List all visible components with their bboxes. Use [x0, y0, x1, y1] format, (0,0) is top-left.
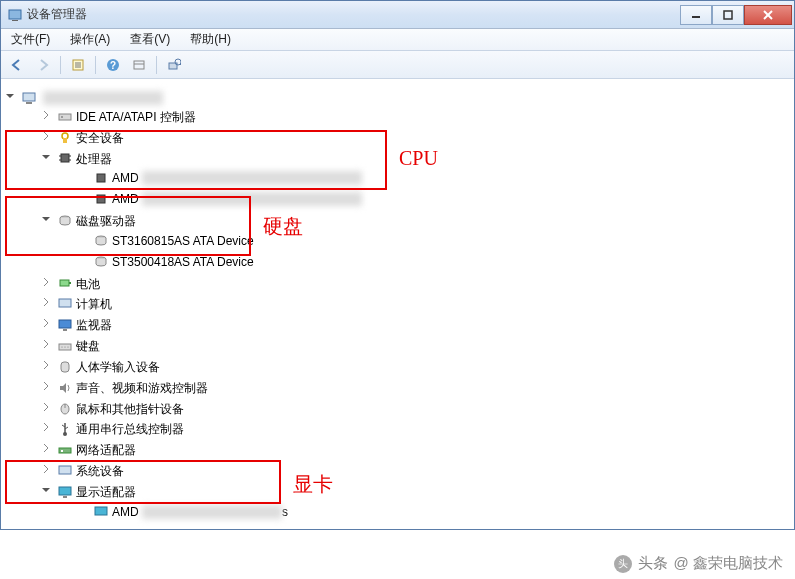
- device-label: ST3160815AS ATA Device: [112, 234, 254, 248]
- svg-rect-28: [97, 174, 105, 182]
- tree-item[interactable]: 通用串行总线控制器: [41, 418, 790, 439]
- tree-leaf[interactable]: AMD: [77, 167, 790, 188]
- menu-help[interactable]: 帮助(H): [186, 29, 235, 50]
- svg-rect-23: [61, 154, 69, 162]
- tree-leaf[interactable]: AMD: [77, 188, 790, 209]
- collapse-icon[interactable]: [41, 485, 52, 496]
- expand-icon[interactable]: [41, 402, 52, 413]
- expand-icon[interactable]: [41, 297, 52, 308]
- security-icon: [57, 130, 73, 146]
- root-label: [43, 91, 163, 105]
- minimize-button[interactable]: [680, 5, 712, 25]
- menubar: 文件(F) 操作(A) 查看(V) 帮助(H): [1, 29, 794, 51]
- sound-icon: [57, 380, 73, 396]
- collapse-icon[interactable]: [5, 91, 16, 102]
- category-label: 系统设备: [76, 464, 124, 478]
- expand-icon[interactable]: [41, 464, 52, 475]
- svg-rect-33: [60, 280, 69, 286]
- tree-item[interactable]: 人体学输入设备: [41, 356, 790, 377]
- svg-text:?: ?: [110, 60, 116, 71]
- back-button[interactable]: [5, 54, 29, 76]
- tree-item-disk[interactable]: 磁盘驱动器 ST3160815AS ATA Device ST3500418AS…: [41, 210, 790, 272]
- toolbar-separator: [156, 56, 157, 74]
- tree-leaf[interactable]: AMD s: [77, 501, 790, 522]
- expand-icon[interactable]: [41, 360, 52, 371]
- svg-rect-42: [61, 362, 69, 372]
- expand-icon[interactable]: [41, 339, 52, 350]
- tree-root[interactable]: IDE ATA/ATAPI 控制器 安全设备 处理器 AMD AMD 磁盘驱动器…: [5, 87, 790, 524]
- svg-point-40: [65, 346, 66, 347]
- expand-icon[interactable]: [41, 110, 52, 121]
- tree-item[interactable]: 键盘: [41, 335, 790, 356]
- tree-item[interactable]: 监视器: [41, 314, 790, 335]
- watermark-logo-icon: 头: [614, 555, 632, 573]
- tree-item-display[interactable]: 显示适配器 AMD s: [41, 481, 790, 523]
- system-icon: [57, 463, 73, 479]
- svg-rect-49: [59, 466, 71, 474]
- svg-line-16: [180, 64, 181, 65]
- toolbar-separator: [95, 56, 96, 74]
- expand-icon[interactable]: [41, 443, 52, 454]
- svg-rect-18: [26, 102, 32, 104]
- tree-item[interactable]: 系统设备: [41, 460, 790, 481]
- scan-hardware-button[interactable]: [162, 54, 186, 76]
- cpu-icon: [93, 191, 109, 207]
- menu-view[interactable]: 查看(V): [126, 29, 174, 50]
- forward-button[interactable]: [31, 54, 55, 76]
- maximize-button[interactable]: [712, 5, 744, 25]
- network-icon: [57, 442, 73, 458]
- svg-rect-1: [12, 20, 18, 21]
- watermark-author: @ 鑫荣电脑技术: [674, 554, 783, 573]
- category-label: 人体学输入设备: [76, 360, 160, 374]
- expand-icon[interactable]: [41, 381, 52, 392]
- show-hidden-button[interactable]: [127, 54, 151, 76]
- category-label: 显示适配器: [76, 485, 136, 499]
- category-label: 声音、视频和游戏控制器: [76, 381, 208, 395]
- properties-button[interactable]: [66, 54, 90, 76]
- menu-file[interactable]: 文件(F): [7, 29, 54, 50]
- svg-point-41: [68, 346, 69, 347]
- close-button[interactable]: [744, 5, 792, 25]
- tree-item-cpu[interactable]: 处理器 AMD AMD: [41, 148, 790, 210]
- tree-item[interactable]: 鼠标和其他指针设备: [41, 398, 790, 419]
- tree-item[interactable]: 电池: [41, 273, 790, 294]
- category-label: 鼠标和其他指针设备: [76, 401, 184, 415]
- window-title: 设备管理器: [27, 6, 680, 23]
- tree-leaf[interactable]: ST3160815AS ATA Device: [77, 230, 790, 251]
- menu-action[interactable]: 操作(A): [66, 29, 114, 50]
- svg-rect-22: [63, 138, 67, 143]
- collapse-icon[interactable]: [41, 214, 52, 225]
- expand-icon[interactable]: [41, 318, 52, 329]
- tree-item[interactable]: 计算机: [41, 293, 790, 314]
- category-label: 电池: [76, 276, 100, 290]
- tree-leaf[interactable]: ST3500418AS ATA Device: [77, 251, 790, 272]
- tree-item[interactable]: 安全设备: [41, 127, 790, 148]
- svg-rect-47: [59, 448, 71, 453]
- expand-icon[interactable]: [41, 277, 52, 288]
- svg-rect-3: [724, 11, 732, 19]
- collapse-icon[interactable]: [41, 152, 52, 163]
- computer-icon: [57, 296, 73, 312]
- svg-rect-50: [59, 487, 71, 495]
- mouse-icon: [57, 400, 73, 416]
- device-tree[interactable]: IDE ATA/ATAPI 控制器 安全设备 处理器 AMD AMD 磁盘驱动器…: [1, 79, 794, 529]
- svg-rect-19: [59, 114, 71, 120]
- svg-rect-36: [59, 320, 71, 328]
- tree-item[interactable]: 声音、视频和游戏控制器: [41, 377, 790, 398]
- svg-rect-37: [63, 329, 67, 331]
- help-button[interactable]: ?: [101, 54, 125, 76]
- disk-icon: [57, 213, 73, 229]
- svg-rect-17: [23, 93, 35, 101]
- watermark: 头 头条 @ 鑫荣电脑技术: [614, 554, 783, 573]
- category-label: 磁盘驱动器: [76, 214, 136, 228]
- device-label: AMD: [112, 192, 139, 206]
- titlebar[interactable]: 设备管理器: [1, 1, 794, 29]
- app-icon: [7, 7, 23, 23]
- svg-point-39: [62, 346, 63, 347]
- device-manager-window: 设备管理器 文件(F) 操作(A) 查看(V) 帮助(H) ?: [0, 0, 795, 530]
- expand-icon[interactable]: [41, 131, 52, 142]
- cpu-icon: [57, 150, 73, 166]
- tree-item[interactable]: 网络适配器: [41, 439, 790, 460]
- tree-item[interactable]: IDE ATA/ATAPI 控制器: [41, 106, 790, 127]
- expand-icon[interactable]: [41, 422, 52, 433]
